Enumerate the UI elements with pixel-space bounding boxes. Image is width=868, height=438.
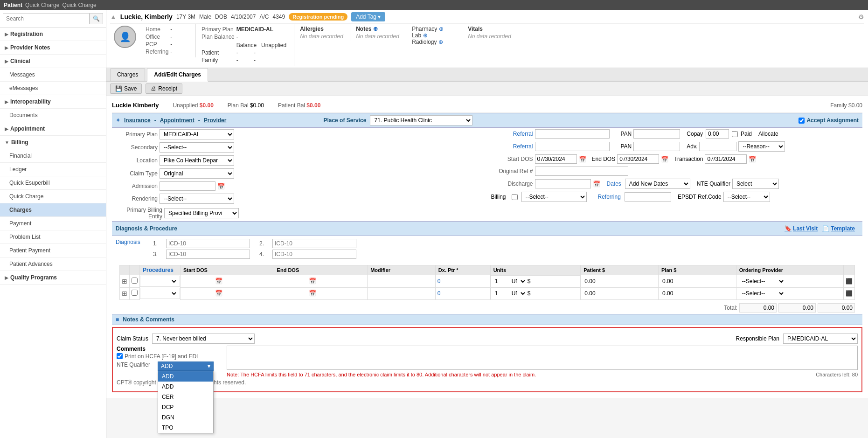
template-link[interactable]: 📄 Template	[822, 225, 855, 232]
tab-charges[interactable]: Charges	[110, 68, 145, 81]
lab-add-icon[interactable]: ⊕	[423, 32, 428, 39]
sidebar-item-registration[interactable]: ▶ Registration	[0, 28, 106, 41]
diag-input-2[interactable]	[272, 239, 356, 248]
nte-option-add2[interactable]: ADD	[158, 382, 213, 392]
referring-label[interactable]: Referring	[598, 194, 621, 200]
sidebar-item-problem-list[interactable]: Problem List	[0, 230, 106, 244]
start-dos-cal-icon[interactable]: 📅	[579, 156, 586, 163]
proc-start-cal-2[interactable]: 📅	[215, 290, 222, 297]
sidebar-item-quality-programs[interactable]: ▶ Quality Programs	[0, 271, 106, 285]
diag-input-3[interactable]	[166, 250, 250, 259]
proc-ordering-1[interactable]: --Select--	[738, 277, 785, 286]
claim-status-select[interactable]: 7. Never been billed	[152, 334, 255, 344]
settings-icon[interactable]: ⚙	[858, 13, 864, 21]
sidebar-item-quick-esuperbill[interactable]: Quick Esuperbill	[0, 176, 106, 190]
nte-option-cer[interactable]: CER	[158, 392, 213, 402]
diagnosis-label[interactable]: Diagnosis	[116, 239, 144, 245]
nte-dropdown-trigger[interactable]: ADD ▾	[158, 362, 214, 371]
responsible-plan-select[interactable]: P.MEDICAID-AL	[783, 334, 858, 344]
proc-expand-2[interactable]: ⊞	[120, 287, 130, 299]
transaction-cal-icon[interactable]: 📅	[749, 156, 756, 163]
copay-input[interactable]	[706, 129, 729, 139]
pan1-input[interactable]	[633, 129, 680, 139]
admission-input[interactable]	[160, 181, 215, 191]
rendering-select[interactable]: --Select--	[160, 194, 234, 204]
nte-option-tpo[interactable]: TPO	[158, 423, 213, 433]
diag-input-1[interactable]	[166, 239, 250, 248]
sidebar-item-patient-payment[interactable]: Patient Payment	[0, 244, 106, 257]
receipt-button[interactable]: 🖨 Receipt	[146, 83, 182, 94]
sidebar-item-quick-charge[interactable]: Quick Charge	[0, 190, 106, 203]
insurance-link[interactable]: Insurance	[124, 117, 151, 124]
radiology-add-icon[interactable]: ⊕	[438, 39, 443, 45]
nte-option-add[interactable]: ADD	[158, 371, 213, 382]
proc-ordering-2[interactable]: --Select--	[738, 289, 785, 298]
diag-input-4[interactable]	[272, 250, 356, 259]
comments-textarea[interactable]	[227, 346, 858, 370]
referral1-input[interactable]	[535, 129, 610, 139]
proc-units-select-2[interactable]: UN	[508, 289, 527, 298]
search-input[interactable]	[3, 13, 90, 24]
nte-option-dgn[interactable]: DGN	[158, 412, 213, 423]
total-val1[interactable]	[739, 303, 777, 313]
proc-patient-amt-2[interactable]	[583, 289, 615, 298]
proc-end-dos-2[interactable]	[276, 289, 309, 298]
end-dos-cal-icon[interactable]: 📅	[661, 156, 668, 163]
sidebar-item-charges[interactable]: Charges	[0, 203, 106, 217]
sidebar-item-patient-advances[interactable]: Patient Advances	[0, 257, 106, 271]
add-tag-button[interactable]: Add Tag ▾	[351, 12, 385, 21]
appointment-link[interactable]: Appointment	[160, 117, 194, 124]
tab-add-edit-charges[interactable]: Add/Edit Charges	[147, 68, 208, 82]
dates-select[interactable]: Add New Dates	[625, 179, 690, 189]
location-select[interactable]: Pike Co Health Depar	[160, 155, 234, 166]
total-val3[interactable]	[818, 303, 855, 313]
paid-checkbox[interactable]	[732, 131, 738, 137]
proc-start-cal-1[interactable]: 📅	[215, 278, 222, 285]
search-button[interactable]: 🔍	[90, 13, 103, 24]
proc-check-2[interactable]	[132, 290, 138, 296]
sidebar-item-clinical[interactable]: ▶ Clinical	[0, 55, 106, 68]
proc-action-2[interactable]: ⬛	[846, 290, 853, 297]
original-ref-input[interactable]	[535, 167, 628, 176]
secondary-select[interactable]: --Select--	[160, 142, 234, 153]
sidebar-item-provider-notes[interactable]: ▶ Provider Notes	[0, 41, 106, 55]
sidebar-item-financial[interactable]: Financial	[0, 149, 106, 163]
sidebar-item-appointment[interactable]: ▶ Appointment	[0, 122, 106, 136]
proc-patient-amt-1[interactable]	[583, 277, 615, 285]
referral1-label[interactable]: Referral	[491, 131, 533, 137]
proc-end-cal-1[interactable]: 📅	[309, 278, 316, 285]
referral2-input[interactable]	[535, 142, 610, 151]
discharge-cal-icon[interactable]: 📅	[593, 181, 600, 188]
sidebar-item-interoperability[interactable]: ▶ Interoperability	[0, 95, 106, 109]
proc-start-dos-2[interactable]	[182, 289, 215, 298]
proc-code-input-1[interactable]	[142, 277, 166, 285]
nte-option-dcp[interactable]: DCP	[158, 402, 213, 412]
transaction-input[interactable]	[705, 154, 747, 164]
proc-units-2[interactable]	[493, 289, 507, 298]
billing-select[interactable]: --Select--	[521, 192, 587, 202]
sidebar-item-emessages[interactable]: eMessages	[0, 82, 106, 95]
sidebar-item-documents[interactable]: Documents	[0, 109, 106, 122]
reason-select[interactable]: --Reason--	[738, 141, 785, 152]
end-dos-input[interactable]	[617, 154, 659, 164]
proc-dx-ptr-1[interactable]: 0	[437, 278, 441, 285]
adv-input[interactable]	[699, 142, 736, 151]
proc-modifier-1[interactable]	[369, 277, 397, 285]
proc-plan-amt-2[interactable]	[660, 289, 693, 298]
accept-assignment-checkbox[interactable]	[799, 118, 805, 124]
start-dos-input[interactable]	[535, 154, 577, 164]
sidebar-item-ledger[interactable]: Ledger	[0, 163, 106, 176]
billing-checkbox[interactable]	[512, 194, 518, 200]
pharmacy-add-icon[interactable]: ⊕	[439, 26, 444, 32]
proc-plan-amt-1[interactable]	[660, 277, 693, 285]
print-hcfa-checkbox[interactable]	[117, 353, 123, 359]
proc-expand-1[interactable]: ⊞	[120, 275, 130, 288]
claim-type-select[interactable]: Original	[160, 168, 234, 179]
proc-units-select-1[interactable]: UN	[508, 277, 527, 286]
proc-units-1[interactable]	[493, 277, 507, 285]
primary-plan-select[interactable]: MEDICAID-AL	[160, 129, 234, 139]
referring-input[interactable]	[625, 192, 671, 202]
discharge-input[interactable]	[535, 179, 591, 188]
pos-select[interactable]: 71. Public Health Clinic	[370, 115, 472, 125]
proc-modifier-2[interactable]	[369, 289, 397, 298]
